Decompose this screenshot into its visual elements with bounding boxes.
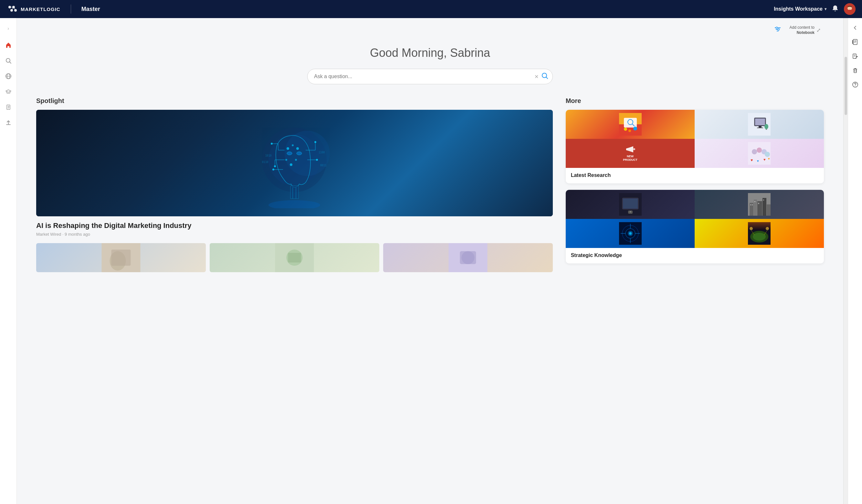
clear-search-icon[interactable]: ✕	[534, 74, 539, 80]
sidebar-item-upload[interactable]	[2, 116, 15, 129]
svg-point-48	[314, 141, 316, 143]
expand-notebook-icon: ⤢	[817, 27, 821, 33]
card-images-2	[566, 190, 824, 248]
workspace-label: Insights Workspace	[774, 6, 823, 12]
svg-rect-66	[288, 253, 301, 263]
svg-point-50	[316, 159, 318, 161]
svg-rect-85	[626, 148, 627, 150]
logo-icon	[6, 4, 18, 14]
sidebar-item-home[interactable]	[2, 39, 15, 52]
filter-bar: Add content to Notebook ⤢	[36, 18, 824, 40]
card2-img-br	[695, 219, 824, 248]
thumbnail-strip	[36, 243, 553, 272]
svg-point-91	[765, 152, 770, 157]
svg-text:♥: ♥	[763, 158, 766, 161]
svg-rect-82	[757, 128, 763, 128]
thumb-item-2[interactable]	[210, 243, 379, 272]
nav-divider	[71, 4, 71, 14]
svg-point-42	[296, 147, 299, 150]
card2-img-tr	[695, 190, 824, 219]
thumb-item-3[interactable]	[383, 243, 553, 272]
right-sidebar	[848, 18, 862, 504]
svg-text:1100: 1100	[318, 151, 325, 154]
svg-rect-105	[762, 198, 766, 216]
nav-right: Insights Workspace ▾	[774, 3, 856, 15]
svg-rect-98	[623, 199, 638, 209]
svg-rect-106	[767, 204, 771, 216]
svg-point-40	[287, 147, 289, 150]
svg-point-24	[776, 27, 778, 29]
card-img-tr-1	[695, 110, 824, 139]
search-container: ✕	[307, 69, 553, 84]
scrollbar-thumb[interactable]	[845, 57, 847, 115]
card-img-tl-1	[566, 110, 695, 139]
svg-rect-81	[759, 126, 761, 128]
search-submit-icon[interactable]	[541, 72, 548, 81]
logo-text: MARKETLOGIC	[21, 6, 61, 12]
sidebar-item-search[interactable]	[2, 54, 15, 67]
two-col-layout: Spotlight	[36, 97, 824, 272]
logo[interactable]: MARKETLOGIC	[6, 4, 61, 14]
svg-point-56	[297, 152, 302, 155]
sidebar-item-globe[interactable]	[2, 70, 15, 83]
more-section: More	[566, 97, 824, 270]
search-input[interactable]	[307, 69, 553, 84]
svg-text:♥: ♥	[757, 159, 759, 163]
notification-wrapper	[832, 5, 839, 14]
right-trash-icon[interactable]	[849, 65, 861, 76]
workspace-switcher[interactable]: Insights Workspace ▾	[774, 6, 826, 12]
greeting-heading: Good Morning, Sabrina	[36, 46, 824, 60]
svg-line-27	[546, 77, 548, 79]
svg-point-57	[269, 200, 320, 208]
spotlight-article-meta: Market Wired · 9 months ago	[36, 232, 553, 237]
notification-icon[interactable]	[832, 5, 839, 14]
app-name: Master	[81, 6, 100, 13]
spotlight-img-inner: 1010 0110 1100 0011	[36, 110, 553, 216]
right-notebook-icon[interactable]	[849, 36, 861, 48]
svg-rect-138	[854, 69, 857, 72]
svg-rect-107	[750, 204, 751, 205]
right-help-icon[interactable]	[849, 79, 861, 90]
sidebar-item-reports[interactable]	[2, 101, 15, 114]
svg-point-55	[287, 152, 292, 155]
filter-icon[interactable]	[774, 26, 781, 35]
svg-point-89	[757, 148, 762, 153]
svg-point-41	[292, 144, 294, 146]
strategic-knowledge-card[interactable]: Strategic Knowledge	[566, 190, 824, 264]
sidebar-item-learn[interactable]	[2, 85, 15, 98]
svg-point-86	[633, 148, 635, 150]
user-avatar[interactable]	[844, 3, 856, 15]
add-to-notebook-btn[interactable]: Add content to Notebook ⤢	[786, 23, 824, 37]
svg-point-76	[628, 130, 631, 132]
svg-text:0110: 0110	[262, 161, 268, 164]
svg-point-100	[630, 211, 631, 212]
svg-text:♥: ♥	[750, 158, 753, 162]
svg-rect-58	[290, 186, 299, 199]
scrollbar-track[interactable]	[843, 18, 848, 504]
more-heading: More	[566, 97, 824, 105]
card-img-br-1: ♥ ♥ ♥ ♥	[695, 139, 824, 168]
card2-img-bl	[566, 219, 695, 248]
content-area: Add content to Notebook ⤢ Good Morning, …	[17, 18, 843, 504]
svg-rect-109	[754, 201, 755, 202]
sidebar-expand-btn[interactable]: ›	[2, 22, 15, 35]
svg-point-77	[633, 127, 637, 130]
svg-point-45	[295, 159, 297, 161]
svg-rect-110	[758, 203, 759, 204]
right-edit-icon[interactable]	[849, 50, 861, 62]
svg-point-43	[285, 159, 287, 161]
card-img-bl-1: NEWPRODUCT	[566, 139, 695, 168]
svg-line-12	[9, 62, 11, 64]
spotlight-article-title[interactable]: AI is Reshaping the Digital Marketing In…	[36, 222, 553, 230]
latest-research-card[interactable]: NEWPRODUCT	[566, 110, 824, 183]
right-collapse-icon[interactable]	[849, 22, 861, 34]
card2-img-tl	[566, 190, 695, 219]
spotlight-image[interactable]: 1010 0110 1100 0011	[36, 110, 553, 216]
top-navigation: MARKETLOGIC Master Insights Workspace ▾	[0, 0, 862, 18]
workspace-chevron: ▾	[824, 7, 826, 11]
svg-rect-69	[460, 251, 476, 264]
left-sidebar: ›	[0, 18, 17, 504]
thumb-item-1[interactable]	[36, 243, 206, 272]
svg-point-123	[753, 233, 766, 240]
svg-rect-128	[748, 222, 771, 230]
